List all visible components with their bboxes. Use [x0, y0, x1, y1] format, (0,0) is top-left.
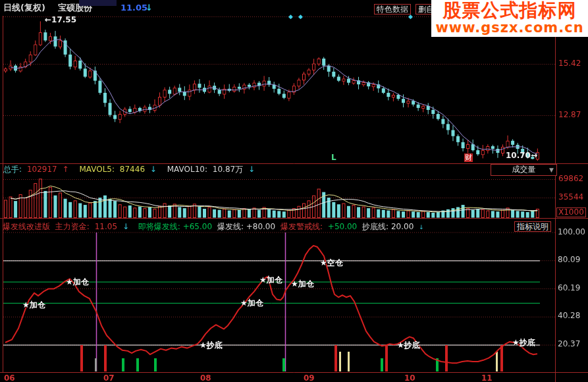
- date-axis-label: 07: [103, 373, 115, 382]
- signal-marker: ★加仓: [240, 298, 263, 309]
- event-diamond-icon[interactable]: ◆: [298, 14, 303, 20]
- volume-header: 总手: 102917 ↑ MAVOL5: 87446 ↓ MAVOL10: 10…: [3, 165, 257, 175]
- indicator-axis-label: 100.00: [558, 228, 585, 236]
- volume-axis-label: 35544: [558, 193, 583, 202]
- event-diamond-icon[interactable]: ◆: [408, 14, 413, 20]
- price-down-arrow-icon: ↓: [146, 3, 153, 13]
- indicator-title[interactable]: 爆发线改进版: [3, 222, 50, 231]
- last-price: 11.05: [120, 3, 147, 13]
- signal-marker: ★加仓: [259, 275, 282, 286]
- chevron-down-icon: ▼: [549, 165, 554, 175]
- vol-label: 总手:: [3, 165, 22, 174]
- watermark-url: www.gszx.com.cn: [431, 20, 588, 36]
- signal-marker: ★抄底: [397, 340, 420, 351]
- indicator-axis-label: 40.28: [558, 312, 580, 320]
- signal-marker: ★空仓: [320, 258, 343, 269]
- mavol10-label: MAVOL10:: [167, 165, 207, 174]
- indicator-dropdown-label: 成交量: [512, 165, 536, 174]
- date-axis-label: 08: [200, 373, 211, 382]
- mavol10-value: 10.87万: [213, 165, 243, 174]
- signal-marker: ★加仓: [22, 300, 45, 311]
- watermark-title: 股票公式指标网: [431, 0, 588, 20]
- l-event-marker: L: [331, 153, 336, 162]
- date-axis-label: 11: [481, 373, 493, 382]
- signal-marker: ★抄底: [200, 340, 223, 351]
- indicator-axis-label: 20.37: [558, 340, 580, 348]
- bottom-fishing-field: 抄底线: 20.00: [362, 222, 414, 231]
- stock-app-window: 日线(复权) 宝硕股份 11.05 ↓ 特色数据 删自选 股票公式指标网 www…: [0, 0, 588, 382]
- date-axis-label: 10: [404, 373, 415, 382]
- mavol5-value: 87446: [120, 165, 145, 174]
- date-axis-label: 09: [304, 373, 315, 382]
- burst-warning-label: 爆发警戒线:: [281, 222, 323, 231]
- burst-warning-value: +50.00: [328, 222, 357, 231]
- pre-burst-line-field: 即将爆发线: +65.00: [138, 222, 212, 231]
- feature-data-button[interactable]: 特色数据: [374, 4, 411, 14]
- indicator-help-button[interactable]: 指标说明: [514, 221, 551, 232]
- signal-marker: ★加仓: [66, 277, 89, 288]
- cai-news-marker[interactable]: 财: [464, 153, 473, 162]
- volume-axis-label: 69862: [558, 175, 583, 183]
- watermark: 股票公式指标网 www.gszx.com.cn: [431, 0, 588, 37]
- indicator-header: 爆发线改进版 主力资金: 11.05 ↓ 即将爆发线: +65.00 爆发线: …: [3, 222, 427, 232]
- chart-canvas[interactable]: [0, 0, 588, 382]
- vol-value: 102917: [27, 165, 57, 174]
- indicator-axis-label: 80.09: [558, 256, 580, 264]
- burst-line-field: 爆发线: +80.00: [217, 222, 275, 231]
- indicator-axis-label: 60.19: [558, 284, 580, 292]
- event-diamond-icon[interactable]: ◆: [288, 14, 293, 20]
- mavol5-down-arrow-icon: ↓: [150, 165, 157, 174]
- volume-unit-label: X1000: [556, 207, 586, 217]
- mavol5-label: MAVOL5:: [79, 165, 115, 174]
- vol-up-arrow-icon: ↑: [63, 165, 69, 174]
- main-fund-value: 11.05: [95, 222, 117, 231]
- period-label[interactable]: 日线(复权): [3, 3, 45, 13]
- main-fund-arrow-icon: ↓: [122, 222, 129, 231]
- high-price-annotation: ←17.55: [45, 15, 76, 24]
- main-fund-label: 主力资金:: [55, 222, 90, 231]
- clipped-arrow-icon: ↓: [419, 224, 424, 231]
- indicator-dropdown[interactable]: 成交量 ▼: [491, 164, 557, 176]
- mavol10-down-arrow-icon: ↓: [248, 165, 255, 174]
- candle-axis-label: 15.42: [558, 59, 581, 68]
- date-axis-label: 06: [4, 373, 15, 382]
- signal-marker: ★加仓: [291, 279, 314, 290]
- candle-axis-label: 12.87: [558, 111, 581, 119]
- title-highlight-box: [79, 0, 117, 6]
- low-price-annotation: 10.70→: [506, 151, 537, 160]
- signal-marker: ★抄底: [512, 337, 535, 348]
